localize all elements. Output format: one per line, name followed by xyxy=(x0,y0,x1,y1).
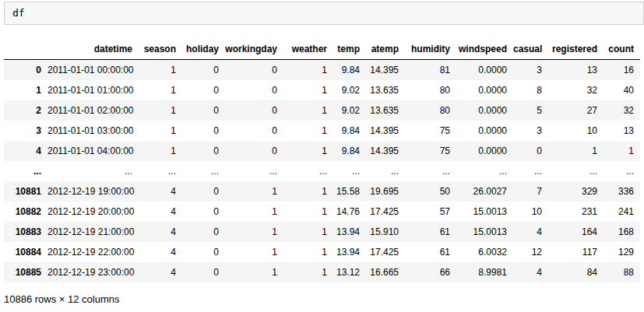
cell: 0 xyxy=(182,202,225,222)
row-index: 1 xyxy=(4,80,48,100)
cell: 13 xyxy=(604,121,640,141)
cell: 57 xyxy=(405,202,456,222)
column-header-weather: weather xyxy=(283,38,333,60)
cell: 1 xyxy=(283,121,333,141)
cell: 9.84 xyxy=(333,60,366,81)
cell: 2012-12-19 23:00:00 xyxy=(48,262,139,282)
cell: ... xyxy=(513,161,548,181)
cell: 329 xyxy=(548,181,604,202)
cell: 1 xyxy=(225,262,283,282)
cell: 26.0027 xyxy=(456,181,513,202)
column-header-holiday: holiday xyxy=(182,38,225,60)
cell: 336 xyxy=(604,181,640,202)
cell: 7 xyxy=(513,181,548,202)
table-row: 108842012-12-19 22:00:00401113.9417.4256… xyxy=(4,242,640,262)
cell: 0 xyxy=(225,60,283,81)
column-header-count: count xyxy=(604,38,640,60)
cell: 231 xyxy=(548,202,604,222)
code-cell-input[interactable]: df xyxy=(4,2,644,25)
column-header-atemp: atemp xyxy=(366,38,405,60)
cell: 1 xyxy=(283,181,333,202)
cell: 2012-12-19 19:00:00 xyxy=(48,181,139,202)
row-index: 0 xyxy=(4,60,48,81)
cell: 27 xyxy=(548,100,604,121)
cell: 14.395 xyxy=(366,141,405,161)
code-text: df xyxy=(12,7,25,19)
table-row: 108822012-12-19 20:00:00401114.7617.4255… xyxy=(4,202,640,222)
cell: 0 xyxy=(182,181,225,202)
cell: 40 xyxy=(604,80,640,100)
cell: 8 xyxy=(513,80,548,100)
cell: 14.395 xyxy=(366,60,405,81)
cell: ... xyxy=(182,161,225,181)
cell: 80 xyxy=(405,100,456,121)
cell: 0.0000 xyxy=(456,60,513,81)
cell: 0.0000 xyxy=(456,80,513,100)
cell: 61 xyxy=(405,222,456,242)
cell: 0 xyxy=(182,100,225,121)
dataframe-header: datetimeseasonholidayworkingdayweatherte… xyxy=(4,38,640,60)
cell: ... xyxy=(225,161,283,181)
dataframe-summary: 10886 rows × 12 columns xyxy=(4,293,644,305)
cell: 14.76 xyxy=(333,202,366,222)
cell: 13.12 xyxy=(333,262,366,282)
table-row: 12011-01-01 01:00:0010019.0213.635800.00… xyxy=(4,80,640,100)
cell: 0 xyxy=(182,141,225,161)
cell: 88 xyxy=(604,262,640,282)
cell: 13.635 xyxy=(366,80,405,100)
cell: 15.0013 xyxy=(456,222,513,242)
cell: 2012-12-19 21:00:00 xyxy=(48,222,139,242)
cell: 16.665 xyxy=(366,262,405,282)
cell: 1 xyxy=(225,242,283,262)
cell: 1 xyxy=(283,60,333,81)
cell: 9.02 xyxy=(333,80,366,100)
table-row: 108852012-12-19 23:00:00401113.1216.6656… xyxy=(4,262,640,282)
cell: 66 xyxy=(405,262,456,282)
cell: 19.695 xyxy=(366,181,405,202)
cell: 32 xyxy=(604,100,640,121)
cell: 1 xyxy=(139,121,182,141)
cell: 2011-01-01 03:00:00 xyxy=(48,121,139,141)
cell: 168 xyxy=(604,222,640,242)
cell: 0 xyxy=(225,100,283,121)
cell: 0 xyxy=(513,141,548,161)
cell: 129 xyxy=(604,242,640,262)
row-index: 3 xyxy=(4,121,48,141)
cell: 1 xyxy=(283,141,333,161)
cell: 17.425 xyxy=(366,202,405,222)
cell: 2011-01-01 01:00:00 xyxy=(48,80,139,100)
cell: 1 xyxy=(225,202,283,222)
cell: 241 xyxy=(604,202,640,222)
cell: 0 xyxy=(182,60,225,81)
cell: ... xyxy=(456,161,513,181)
row-index: 10884 xyxy=(4,242,48,262)
cell: 13 xyxy=(548,60,604,81)
cell: 4 xyxy=(139,222,182,242)
column-header-datetime: datetime xyxy=(48,38,139,60)
cell: 0 xyxy=(182,222,225,242)
cell: 13.94 xyxy=(333,222,366,242)
cell: 81 xyxy=(405,60,456,81)
cell: 3 xyxy=(513,121,548,141)
cell: 10 xyxy=(513,202,548,222)
cell: 2012-12-19 20:00:00 xyxy=(48,202,139,222)
dataframe-table: datetimeseasonholidayworkingdayweatherte… xyxy=(4,38,640,282)
cell: 16 xyxy=(604,60,640,81)
cell: 0 xyxy=(182,262,225,282)
cell: 0 xyxy=(182,242,225,262)
cell: 80 xyxy=(405,80,456,100)
cell: 9.02 xyxy=(333,100,366,121)
cell: 32 xyxy=(548,80,604,100)
row-index: 10883 xyxy=(4,222,48,242)
cell: 1 xyxy=(139,60,182,81)
table-row: 32011-01-01 03:00:0010019.8414.395750.00… xyxy=(4,121,640,141)
cell: ... xyxy=(604,161,640,181)
index-column-header xyxy=(4,38,48,60)
dataframe-body: 02011-01-01 00:00:0010019.8414.395810.00… xyxy=(4,60,640,283)
cell: 0 xyxy=(182,121,225,141)
cell: 164 xyxy=(548,222,604,242)
cell: 12 xyxy=(513,242,548,262)
cell: 1 xyxy=(604,141,640,161)
cell: 4 xyxy=(513,262,548,282)
table-row: 02011-01-01 00:00:0010019.8414.395810.00… xyxy=(4,60,640,81)
